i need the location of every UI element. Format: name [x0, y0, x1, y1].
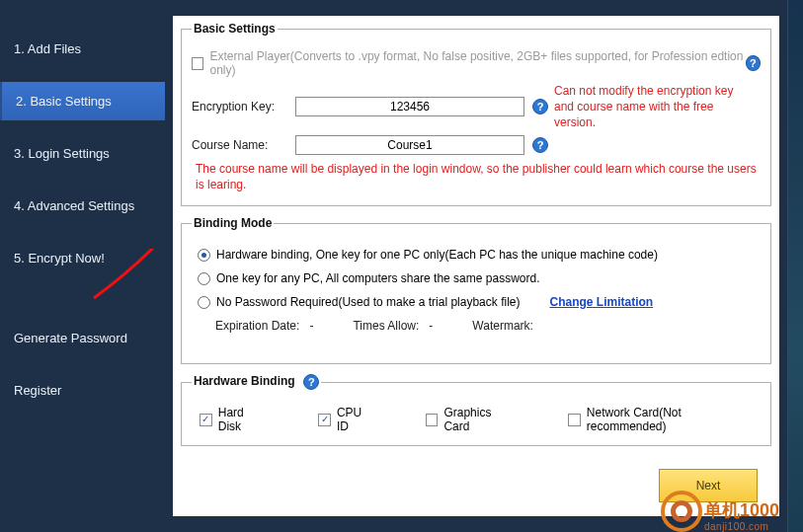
free-version-warning: Can not modify the encryption key and co…: [554, 83, 742, 131]
binding-mode-legend: Binding Mode: [192, 216, 274, 230]
radio-hardware-label: Hardware binding, One key for one PC onl…: [216, 248, 658, 262]
radio-any-pc[interactable]: [198, 272, 210, 285]
radio-no-password-label: No Password Required(Used to make a tria…: [216, 295, 520, 309]
help-icon[interactable]: ?: [532, 137, 548, 153]
sidebar: 1. Add Files 2. Basic Settings 3. Login …: [0, 0, 165, 532]
binding-mode-panel: Binding Mode Hardware binding, One key f…: [181, 216, 771, 364]
logo-line2: danji100.com: [704, 521, 779, 532]
nav-login-settings[interactable]: 3. Login Settings: [0, 134, 165, 173]
right-decor-strip: [787, 0, 803, 532]
nav-add-files[interactable]: 1. Add Files: [0, 30, 165, 68]
external-player-checkbox[interactable]: [192, 57, 203, 70]
site-logo: 单机1000 danji100.com: [661, 491, 779, 532]
logo-icon: [661, 491, 702, 532]
external-player-label: External Player(Converts to .vpy format,…: [209, 49, 745, 77]
graphics-card-checkbox[interactable]: [426, 414, 439, 426]
hardware-binding-panel: Hardware Binding ? ✓ Hard Disk ✓ CPU ID …: [181, 374, 771, 446]
network-card-label: Network Card(Not recommended): [587, 406, 761, 433]
times-allow-label: Times Allow:: [353, 319, 419, 333]
network-card-checkbox[interactable]: [568, 414, 581, 426]
logo-line1: 单机1000: [704, 501, 779, 521]
basic-settings-legend: Basic Settings: [192, 22, 278, 36]
times-allow-value: -: [429, 319, 433, 333]
cpu-id-checkbox[interactable]: ✓: [318, 414, 331, 426]
course-note: The course name will be displayed in the…: [196, 161, 761, 194]
change-limitation-link[interactable]: Change Limitation: [549, 295, 653, 309]
encryption-key-label: Encryption Key:: [192, 100, 295, 114]
basic-settings-panel: Basic Settings External Player(Converts …: [181, 22, 771, 206]
expiration-label: Expiration Date:: [215, 319, 299, 333]
help-icon[interactable]: ?: [303, 374, 319, 390]
expiration-value: -: [309, 319, 313, 333]
main-panel: Basic Settings External Player(Converts …: [173, 16, 779, 516]
hard-disk-label: Hard Disk: [218, 406, 269, 433]
encryption-key-input[interactable]: [295, 97, 524, 116]
nav-register[interactable]: Register: [0, 371, 165, 410]
graphics-card-label: Graphics Card: [443, 406, 519, 433]
course-name-input[interactable]: [295, 135, 524, 155]
radio-no-password[interactable]: [198, 296, 210, 309]
help-icon[interactable]: ?: [746, 55, 761, 71]
cpu-id-label: CPU ID: [337, 406, 376, 433]
hardware-binding-legend: Hardware Binding ?: [192, 374, 321, 390]
course-name-label: Course Name:: [192, 138, 295, 152]
nav-encrypt-now[interactable]: 5. Encrypt Now!: [0, 239, 165, 277]
radio-any-pc-label: One key for any PC, All computers share …: [216, 271, 539, 285]
nav-basic-settings[interactable]: 2. Basic Settings: [0, 82, 165, 120]
nav-advanced-settings[interactable]: 4. Advanced Settings: [0, 187, 165, 225]
help-icon[interactable]: ?: [532, 99, 548, 114]
radio-hardware-binding[interactable]: [198, 249, 210, 262]
hard-disk-checkbox[interactable]: ✓: [200, 414, 212, 426]
nav-generate-password[interactable]: Generate Password: [0, 319, 165, 357]
watermark-label: Watermark:: [472, 319, 533, 333]
